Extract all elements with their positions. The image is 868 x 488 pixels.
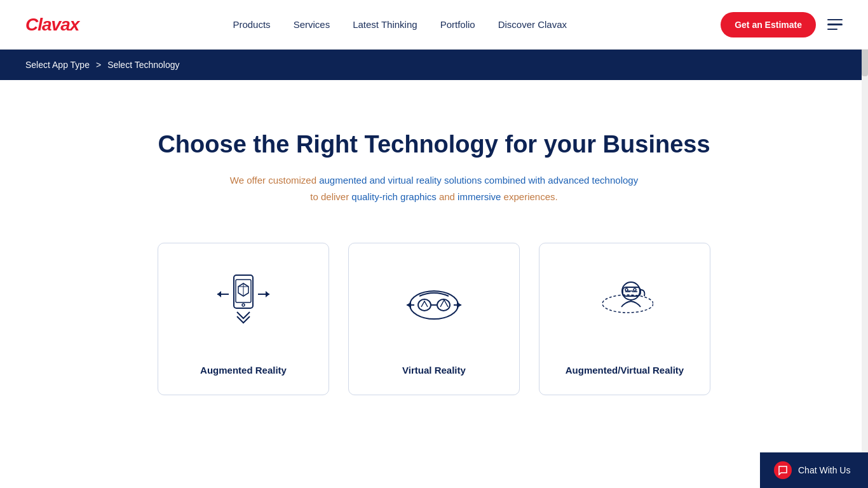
card-virtual-reality[interactable]: Virtual Reality: [348, 243, 520, 395]
breadcrumb-select-app-type[interactable]: Select App Type: [25, 60, 90, 70]
technology-cards: Augmented Reality: [158, 243, 710, 395]
page-title: Choose the Right Technology for your Bus…: [158, 131, 710, 158]
navbar-right: Get an Estimate: [721, 12, 843, 37]
svg-point-25: [602, 295, 653, 313]
svg-point-5: [242, 304, 245, 306]
subtitle-highlight-2: quality-rich graphics: [351, 191, 436, 202]
nav-discover-clavax[interactable]: Discover Clavax: [498, 19, 567, 30]
nav-services[interactable]: Services: [294, 19, 330, 30]
card-avr[interactable]: Augmented/Virtual Reality: [539, 243, 710, 395]
chat-widget[interactable]: Chat With Us: [760, 452, 868, 488]
page-subtitle: We offer customized augmented and virtua…: [230, 172, 638, 205]
card-avr-label: Augmented/Virtual Reality: [566, 365, 684, 376]
chat-label: Chat With Us: [798, 465, 850, 475]
card-augmented-reality[interactable]: Augmented Reality: [158, 243, 329, 395]
breadcrumb-separator: >: [96, 60, 101, 70]
subtitle-highlight-3: immersive: [458, 191, 501, 202]
scrollbar-track[interactable]: [862, 0, 868, 488]
avr-icon: [593, 269, 656, 332]
nav-portfolio[interactable]: Portfolio: [440, 19, 475, 30]
brand-logo[interactable]: Clavax: [25, 15, 79, 35]
navbar: Clavax Products Services Latest Thinking…: [0, 0, 868, 50]
svg-marker-9: [266, 291, 269, 297]
breadcrumb-select-technology: Select Technology: [107, 60, 179, 70]
svg-point-21: [634, 288, 636, 291]
svg-marker-17: [457, 302, 461, 308]
main-content: Choose the Right Technology for your Bus…: [0, 80, 868, 433]
hamburger-menu-icon[interactable]: [827, 19, 843, 30]
svg-marker-15: [407, 302, 411, 308]
chat-bubble-icon: [774, 461, 792, 479]
nav-links: Products Services Latest Thinking Portfo…: [233, 19, 567, 30]
svg-point-20: [625, 288, 628, 291]
nav-products[interactable]: Products: [233, 19, 270, 30]
card-ar-label: Augmented Reality: [200, 365, 287, 376]
subtitle-highlight-1: augmented and virtual reality solutions …: [319, 175, 638, 186]
nav-latest-thinking[interactable]: Latest Thinking: [353, 19, 417, 30]
ar-icon: [212, 269, 275, 332]
breadcrumb-bar: Select App Type > Select Technology: [0, 50, 868, 80]
svg-marker-7: [217, 291, 221, 297]
get-estimate-button[interactable]: Get an Estimate: [721, 12, 816, 37]
vr-icon: [402, 269, 466, 332]
card-vr-label: Virtual Reality: [402, 365, 466, 376]
